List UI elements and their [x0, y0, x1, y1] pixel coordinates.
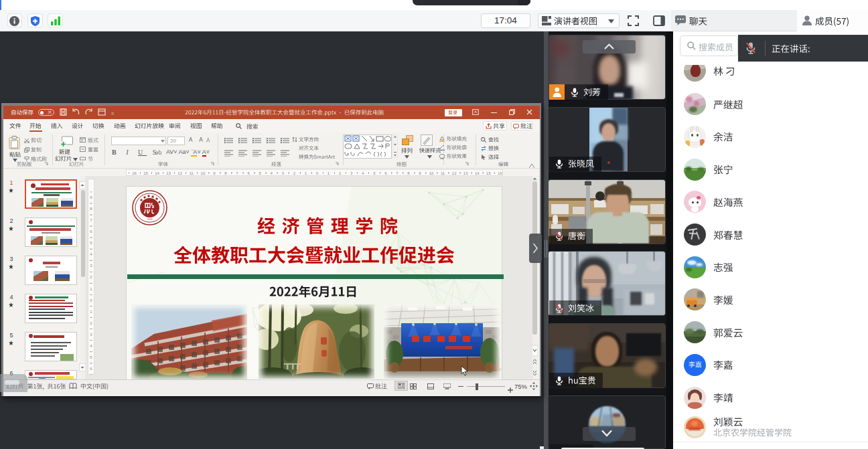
svg-text:7: 7 [90, 218, 92, 222]
svg-text:10: 10 [429, 171, 434, 175]
svg-text:7: 7 [236, 171, 238, 175]
svg-text:8: 8 [407, 171, 410, 175]
svg-text:4: 4 [362, 171, 364, 175]
svg-text:0: 0 [316, 171, 319, 175]
svg-text:8: 8 [90, 207, 92, 211]
svg-text:2: 2 [90, 321, 92, 325]
svg-text:2: 2 [339, 171, 342, 175]
svg-text:2: 2 [90, 275, 92, 279]
svg-text:13: 13 [166, 171, 171, 175]
svg-text:0: 0 [90, 298, 92, 302]
svg-text:3: 3 [90, 264, 92, 268]
svg-text:14: 14 [475, 171, 480, 175]
svg-text:5: 5 [90, 241, 92, 245]
svg-text:12: 12 [452, 171, 457, 175]
svg-text:16: 16 [498, 171, 502, 175]
svg-text:9: 9 [419, 171, 421, 175]
svg-text:2: 2 [293, 171, 296, 175]
svg-text:1956: 1956 [147, 218, 153, 221]
svg-text:6: 6 [90, 367, 92, 371]
svg-text:6: 6 [90, 230, 92, 234]
svg-text:9: 9 [213, 171, 216, 175]
svg-text:13: 13 [463, 171, 468, 175]
svg-text:14: 14 [155, 171, 159, 175]
svg-text:11: 11 [190, 171, 194, 175]
svg-text:6: 6 [384, 171, 387, 175]
svg-text:3: 3 [350, 171, 353, 175]
svg-text:15: 15 [486, 171, 491, 175]
svg-text:5: 5 [90, 355, 92, 359]
svg-text:5: 5 [259, 171, 262, 175]
svg-text:15: 15 [143, 171, 148, 175]
svg-text:11: 11 [441, 171, 445, 175]
svg-text:10: 10 [201, 171, 206, 175]
svg-text:5: 5 [373, 171, 376, 175]
svg-text:8: 8 [224, 171, 227, 175]
svg-text:12: 12 [177, 171, 182, 175]
svg-text:1: 1 [90, 287, 92, 291]
svg-text:3: 3 [90, 333, 92, 337]
svg-text:1: 1 [328, 171, 330, 175]
svg-text:1: 1 [90, 310, 92, 314]
svg-text:9: 9 [90, 195, 92, 199]
svg-text:4: 4 [90, 252, 92, 256]
svg-text:4: 4 [90, 344, 92, 348]
svg-text:4: 4 [271, 171, 273, 175]
svg-text:6: 6 [247, 171, 250, 175]
svg-text:1: 1 [305, 171, 307, 175]
svg-text:3: 3 [282, 171, 285, 175]
svg-text:7: 7 [396, 171, 399, 175]
svg-text:16: 16 [132, 171, 137, 175]
